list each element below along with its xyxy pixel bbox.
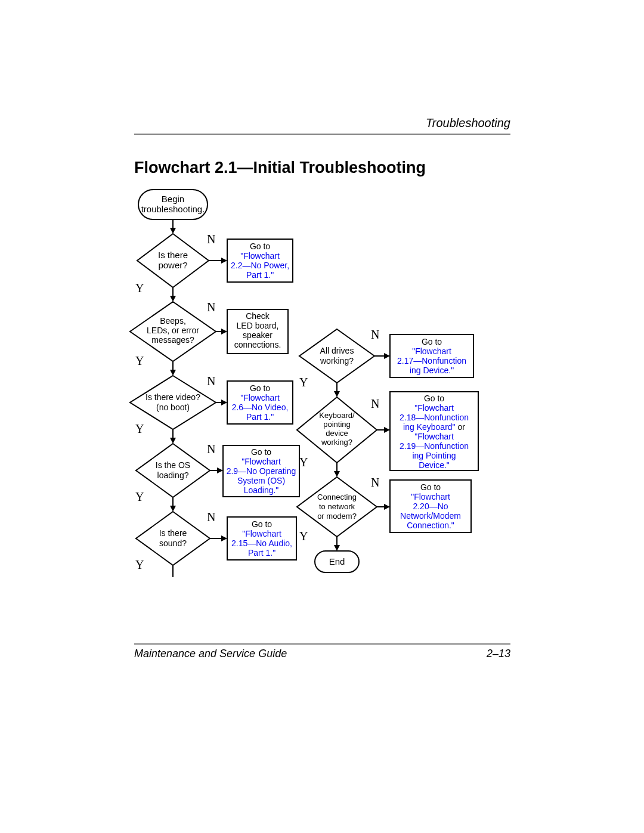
os-l1: Is the OS: [156, 460, 190, 470]
os-l2: loading?: [157, 470, 189, 480]
footer-left: Maintenance and Service Guide: [134, 648, 287, 659]
node-drives: All drives working?: [299, 329, 374, 383]
box-sound-l2: 2.15—No Audio,: [231, 538, 292, 548]
node-net: Connecting to network or modem?: [297, 477, 377, 537]
node-begin: Begin troubleshooting.: [138, 190, 208, 219]
section-header: Troubleshooting: [426, 116, 510, 129]
box-drives-l2: 2.17—Nonfunction: [397, 356, 466, 366]
box-power-pre: Go to: [250, 241, 270, 251]
beeps-no-label: N: [207, 301, 215, 314]
box-net[interactable]: Go to "Flowchart 2.20—No Network/Modem C…: [390, 480, 471, 532]
box-os-l1: "Flowchart: [242, 457, 281, 466]
video-yes-label: Y: [135, 422, 144, 435]
sound-l1: Is there: [159, 528, 187, 538]
node-beeps: Beeps, LEDs, or error messages?: [130, 302, 216, 361]
box-power-l1: "Flowchart: [240, 251, 280, 261]
begin-line2: troubleshooting.: [141, 204, 205, 214]
video-l1: Is there video?: [145, 392, 200, 402]
box-beeps: Check LED board, speaker connections.: [227, 309, 288, 354]
sound-yes-label: Y: [135, 558, 144, 571]
power-line1: Is there: [158, 250, 188, 260]
power-line2: power?: [158, 260, 187, 270]
box-kbd-l6: ing Pointing: [412, 451, 456, 460]
node-kbd: Keyboard/ pointing device working?: [297, 397, 377, 463]
kbd-l3: device: [326, 429, 348, 438]
beeps-yes-label: Y: [135, 354, 144, 367]
sound-no-label: N: [207, 510, 215, 524]
drives-no-label: N: [371, 328, 379, 341]
node-sound: Is there sound?: [136, 512, 210, 565]
node-os: Is the OS loading?: [136, 444, 210, 497]
box-kbd[interactable]: Go to "Flowchart 2.18—Nonfunction ing Ke…: [390, 392, 478, 470]
box-beeps-l3: speaker: [243, 330, 273, 340]
box-kbd-l3: ing Keyboard": [403, 422, 456, 432]
os-no-label: N: [207, 442, 215, 456]
box-kbd-l1: "Flowchart: [414, 403, 454, 413]
box-kbd-l3row: ing Keyboard" or: [403, 422, 465, 432]
footer-right: 2–13: [486, 648, 510, 659]
box-os-l3: System (OS): [237, 476, 285, 485]
kbd-l4: working?: [321, 438, 352, 447]
box-net-pre: Go to: [420, 482, 441, 492]
box-kbd-l4: "Flowchart: [414, 432, 454, 441]
box-drives[interactable]: Go to "Flowchart 2.17—Nonfunction ing De…: [390, 335, 473, 377]
net-l1: Connecting: [317, 493, 357, 501]
net-no-label: N: [371, 476, 379, 489]
box-drives-pre: Go to: [422, 337, 442, 346]
drives-l1: All drives: [320, 346, 354, 355]
net-l3: or modem?: [317, 512, 357, 521]
box-kbd-post: or: [456, 422, 466, 432]
box-drives-l3: ing Device.": [410, 366, 454, 375]
kbd-no-label: N: [371, 397, 379, 410]
beeps-l1: Beeps,: [160, 316, 186, 326]
beeps-l3: messages?: [151, 335, 194, 345]
box-beeps-l1: Check: [246, 311, 270, 321]
drives-l2: working?: [320, 356, 354, 366]
kbd-l2: pointing: [323, 420, 351, 429]
box-video-pre: Go to: [250, 383, 270, 393]
sound-l2: sound?: [159, 538, 187, 548]
box-kbd-l5: 2.19—Nonfunction: [400, 441, 469, 451]
box-video-l1: "Flowchart: [240, 393, 280, 402]
box-sound[interactable]: Go to "Flowchart 2.15—No Audio, Part 1.": [227, 517, 296, 560]
box-kbd-l2: 2.18—Nonfunction: [400, 413, 469, 422]
node-end: End: [315, 551, 359, 572]
box-video-l3: Part 1.": [246, 412, 274, 422]
box-drives-l1: "Flowchart: [412, 346, 451, 356]
kbd-yes-label: Y: [299, 456, 308, 469]
box-power-l3: Part 1.": [246, 270, 274, 280]
box-os[interactable]: Go to "Flowchart 2.9—No Operating System…: [223, 445, 299, 497]
box-kbd-l7: Device.": [419, 460, 450, 470]
box-net-l3: Network/Modem: [400, 511, 461, 521]
os-yes-label: Y: [135, 490, 144, 503]
box-video[interactable]: Go to "Flowchart 2.6—No Video, Part 1.": [227, 381, 293, 424]
power-no-label: N: [207, 233, 215, 246]
node-power: Is there power?: [137, 234, 209, 287]
box-sound-l1: "Flowchart: [242, 529, 281, 538]
power-yes-label: Y: [135, 281, 144, 295]
box-os-pre: Go to: [251, 447, 271, 457]
box-video-l2: 2.6—No Video,: [232, 402, 289, 412]
box-power-l2: 2.2—No Power,: [231, 261, 289, 270]
net-yes-label: Y: [299, 529, 308, 543]
video-l2: (no boot): [156, 402, 190, 412]
box-beeps-l2: LED board,: [237, 321, 279, 330]
box-kbd-pre: Go to: [424, 394, 444, 403]
kbd-l1: Keyboard/: [319, 411, 355, 420]
page-title: Flowchart 2.1—Initial Troubleshooting: [134, 159, 426, 176]
box-power[interactable]: Go to "Flowchart 2.2—No Power, Part 1.": [227, 239, 293, 282]
box-sound-pre: Go to: [252, 519, 272, 529]
box-beeps-l4: connections.: [234, 340, 281, 349]
node-video: Is there video? (no boot): [130, 376, 216, 429]
box-os-l2: 2.9—No Operating: [227, 466, 296, 476]
box-net-l4: Connection.": [407, 521, 454, 530]
beeps-l2: LEDs, or error: [147, 326, 199, 335]
box-net-l1: "Flowchart: [411, 492, 450, 501]
begin-line1: Begin: [162, 194, 184, 204]
box-sound-l3: Part 1.": [248, 548, 275, 558]
drives-yes-label: Y: [299, 376, 308, 389]
box-os-l4: Loading.": [244, 485, 279, 495]
video-no-label: N: [207, 374, 215, 388]
end-l1: End: [329, 556, 345, 566]
net-l2: to network: [319, 502, 355, 511]
